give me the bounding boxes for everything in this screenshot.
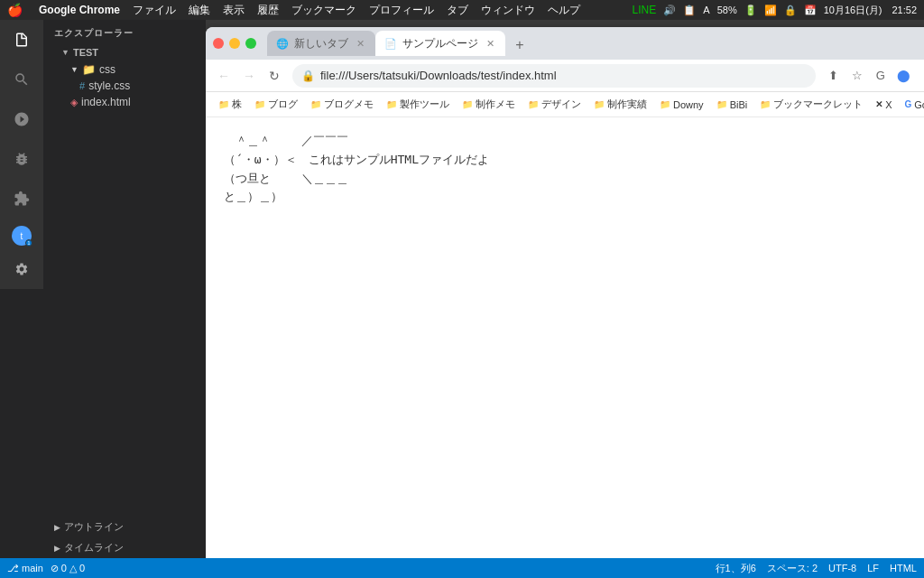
clipboard-icon: 📋	[683, 5, 696, 16]
git-branch-icon: ⎇	[7, 563, 19, 574]
tab-label-sample: サンプルページ	[402, 36, 478, 51]
tab-close-newtab[interactable]: ✕	[354, 37, 366, 50]
bookmark-google-icon: G	[905, 99, 912, 109]
statusbar-errors[interactable]: ⊘ 0 △ 0	[51, 563, 85, 574]
window-close-button[interactable]	[213, 38, 224, 49]
bookmark-portfolio[interactable]: 📁 制作実績	[588, 96, 652, 113]
tab-new-tab[interactable]: 🌐 新しいタブ ✕	[267, 31, 375, 56]
statusbar-spaces[interactable]: スペース: 2	[767, 562, 818, 575]
project-name: TEST	[73, 47, 98, 58]
folder-css[interactable]: ▼ 📁 css	[43, 61, 206, 78]
bookmark-design[interactable]: 📁 デザイン	[522, 96, 587, 113]
bookmark-stock-icon: 📁	[218, 99, 229, 109]
google-color-button[interactable]: ⬤	[893, 65, 915, 87]
bookmark-blog-memo[interactable]: 📁 ブログメモ	[305, 96, 379, 113]
menu-edit[interactable]: 編集	[189, 3, 210, 18]
vscode-activity-bar: t 1	[0, 20, 43, 289]
bookmark-portfolio-icon: 📁	[594, 99, 605, 109]
battery-percent: 58%	[717, 5, 737, 15]
file-index-html[interactable]: ◈ index.html	[43, 94, 206, 110]
statusbar-left: ⎇ main ⊘ 0 △ 0	[7, 563, 85, 574]
sidebar-icon-debug[interactable]	[9, 146, 34, 172]
sidebar-icon-files[interactable]	[9, 27, 34, 52]
tab-label-newtab: 新しいタブ	[294, 36, 348, 51]
address-text: file:///Users/tatsuki/Downloads/test/ind…	[320, 69, 807, 82]
vscode-statusbar: ⎇ main ⊘ 0 △ 0 行1、列6 スペース: 2 UTF-8 LF HT…	[0, 558, 924, 578]
file-style-css[interactable]: # style.css	[43, 78, 206, 94]
main-layout: t 1 エクスプローラー ▼ TEST ▼ 📁 css # s	[0, 20, 924, 578]
bookmark-x[interactable]: ✕ X	[870, 98, 897, 112]
menu-help[interactable]: ヘルプ	[548, 3, 580, 18]
battery-icon: 🔋	[744, 5, 757, 16]
bookmark-tools[interactable]: 📁 製作ツール	[381, 96, 455, 113]
window-maximize-button[interactable]	[245, 38, 256, 49]
menu-view[interactable]: 表示	[223, 3, 245, 18]
wifi-icon: 📶	[764, 5, 777, 16]
forward-button[interactable]: →	[238, 65, 260, 87]
timeline-panel[interactable]: ▶ タイムライン	[43, 537, 206, 558]
bookmark-notes-icon: 📁	[462, 99, 473, 109]
address-bar[interactable]: 🔒 file:///Users/tatsuki/Downloads/test/i…	[292, 64, 816, 88]
explorer-panels-bottom: ▶ アウトライン ▶ タイムライン	[43, 517, 206, 558]
bookmark-stock[interactable]: 📁 株	[213, 96, 247, 113]
lock-icon: 🔒	[784, 5, 797, 16]
tab-close-sample[interactable]: ✕	[484, 37, 496, 50]
statusbar-position[interactable]: 行1、列6	[716, 562, 756, 575]
app-name[interactable]: Google Chrome	[39, 4, 120, 16]
bookmark-bibi-icon: 📁	[716, 99, 727, 109]
menu-window[interactable]: ウィンドウ	[481, 3, 535, 18]
bookmark-blog-memo-icon: 📁	[310, 99, 321, 109]
chrome-content: ＾＿＾ ／￣￣￣ （´・ω・）＜ これはサンプルHTMLファイルだよ （つ旦と …	[206, 117, 924, 578]
menu-bookmarks[interactable]: ブックマーク	[291, 3, 356, 18]
project-title[interactable]: ▼ TEST	[43, 43, 206, 61]
statusbar-line-ending[interactable]: LF	[867, 563, 879, 573]
bookmark-x-icon: ✕	[875, 99, 882, 109]
page-content: ＾＿＾ ／￣￣￣ （´・ω・）＜ これはサンプルHTMLファイルだよ （つ旦と …	[224, 132, 924, 207]
new-tab-button[interactable]: +	[509, 34, 531, 56]
menu-history[interactable]: 履歴	[257, 3, 279, 18]
error-icon: ⊘	[51, 563, 59, 574]
user-avatar[interactable]: t 1	[12, 226, 32, 246]
bookmark-downy[interactable]: 📁 Downy	[654, 98, 709, 112]
tab-icon-newtab: 🌐	[276, 38, 289, 50]
chrome-area: 🌐 新しいタブ ✕ 📄 サンプルページ ✕ + ▾ ←	[206, 20, 924, 578]
statusbar-language[interactable]: HTML	[890, 563, 917, 573]
keyboard-icon: A	[703, 5, 709, 15]
outline-panel[interactable]: ▶ アウトライン	[43, 517, 206, 537]
statusbar-encoding[interactable]: UTF-8	[828, 563, 856, 573]
calendar-icon: 📅	[804, 5, 817, 16]
reload-button[interactable]: ↻	[263, 65, 285, 87]
chrome-titlebar: 🌐 新しいタブ ✕ 📄 サンプルページ ✕ + ▾	[206, 27, 924, 60]
bookmark-notes[interactable]: 📁 制作メモ	[457, 96, 521, 113]
share-button[interactable]: ⬆	[823, 65, 845, 87]
tab-icon-sample: 📄	[384, 38, 397, 50]
bookmark-google[interactable]: G Google	[900, 98, 924, 112]
bookmark-bookmarklet[interactable]: 📁 ブックマークレット	[754, 96, 868, 113]
back-button[interactable]: ←	[213, 65, 235, 87]
bookmark-bookmarklet-icon: 📁	[760, 99, 771, 109]
sidebar-icon-git[interactable]	[9, 107, 34, 132]
vscode-panel: t 1 エクスプローラー ▼ TEST ▼ 📁 css # s	[0, 20, 206, 578]
sidebar-icon-extensions[interactable]	[9, 186, 34, 211]
bookmark-bibi[interactable]: 📁 BiBi	[711, 98, 753, 112]
menu-tab[interactable]: タブ	[447, 3, 468, 18]
window-minimize-button[interactable]	[229, 38, 240, 49]
menubar-right: LINE 🔊 📋 A 58% 🔋 📶 🔒 📅 10月16日(月) 21:52	[633, 4, 917, 17]
apple-logo[interactable]: 🍎	[7, 3, 23, 17]
statusbar-right: 行1、列6 スペース: 2 UTF-8 LF HTML	[716, 562, 917, 575]
address-lock-icon: 🔒	[301, 70, 315, 82]
tab-sample-page[interactable]: 📄 サンプルページ ✕	[375, 31, 505, 56]
bookmark-blog[interactable]: 📁 ブログ	[249, 96, 303, 113]
sidebar-icon-search[interactable]	[9, 67, 34, 92]
screenshot-button[interactable]: S	[917, 65, 924, 87]
statusbar-branch[interactable]: ⎇ main	[7, 563, 43, 574]
sidebar-bottom: t 1	[9, 226, 34, 289]
sidebar-icon-settings[interactable]	[9, 256, 34, 282]
menu-profile[interactable]: プロフィール	[369, 3, 434, 18]
menu-file[interactable]: ファイル	[133, 3, 176, 18]
bookmark-button[interactable]: ☆	[846, 65, 868, 87]
line-icon: LINE	[633, 4, 657, 16]
google-translate-button[interactable]: G	[870, 65, 892, 87]
menubar: 🍎 Google Chrome ファイル 編集 表示 履歴 ブックマーク プロフ…	[0, 0, 924, 20]
speaker-icon: 🔊	[663, 5, 676, 16]
